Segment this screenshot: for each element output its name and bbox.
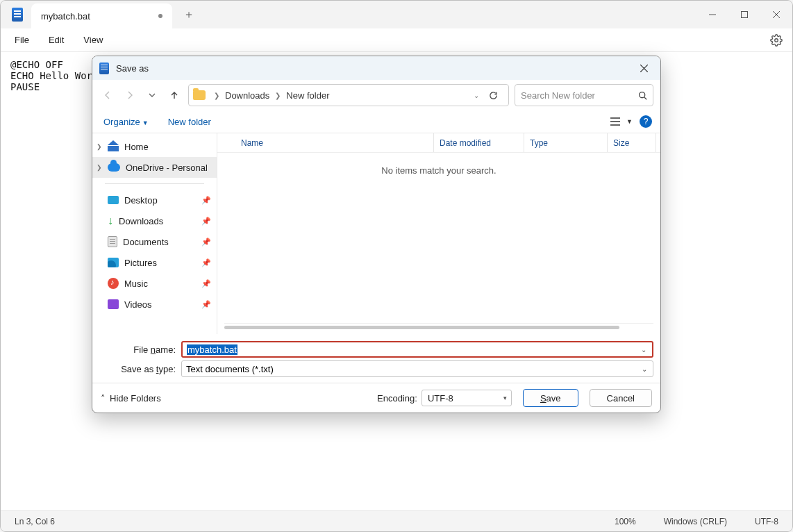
sidebar-item-onedrive[interactable]: ❯ OneDrive - Personal — [92, 157, 217, 178]
filename-label: File name: — [99, 344, 181, 355]
menu-bar: File Edit View — [1, 28, 792, 52]
app-icon — [12, 8, 23, 22]
search-placeholder: Search New folder — [521, 90, 595, 101]
help-button[interactable]: ? — [640, 115, 652, 128]
save-as-type-select[interactable]: Text documents (*.txt) ⌄ — [181, 360, 653, 377]
breadcrumb-newfolder[interactable]: New folder — [286, 90, 329, 101]
filename-fields: File name: mybatch.bat ⌄ Save as type: T… — [92, 334, 660, 383]
chevron-up-icon: ˄ — [101, 393, 106, 404]
dialog-navbar: ❯ Downloads ❯ New folder ⌄ Search New fo… — [92, 80, 660, 110]
svg-point-7 — [640, 92, 645, 97]
menu-edit[interactable]: Edit — [39, 31, 74, 49]
col-type[interactable]: Type — [524, 133, 608, 152]
dialog-title: Save as — [116, 63, 149, 74]
svg-rect-1 — [742, 12, 748, 18]
file-list-area: Name Date modified Type Size No items ma… — [217, 133, 660, 334]
encoding-select[interactable]: UTF-8 ▾ — [421, 390, 512, 406]
chevron-down-icon[interactable]: ⌄ — [642, 365, 647, 373]
pin-icon[interactable]: 📌 — [201, 279, 211, 288]
horizontal-scrollbar[interactable] — [224, 323, 653, 333]
chevron-down-icon[interactable]: ⌄ — [474, 92, 479, 99]
pictures-icon — [108, 258, 119, 267]
minimize-button[interactable] — [696, 1, 728, 28]
menu-view[interactable]: View — [74, 31, 112, 49]
col-name[interactable]: Name — [222, 133, 434, 152]
chevron-right-icon[interactable]: ❯ — [97, 164, 102, 171]
title-bar: mybatch.bat ＋ — [1, 1, 792, 28]
nav-forward-button[interactable] — [122, 85, 138, 105]
view-options-button[interactable]: ▼ — [610, 117, 633, 126]
file-encoding[interactable]: UTF-8 — [755, 517, 778, 526]
file-tab[interactable]: mybatch.bat — [31, 3, 172, 28]
sidebar-item-desktop[interactable]: Desktop 📌 — [92, 190, 217, 210]
pin-icon[interactable]: 📌 — [201, 300, 211, 309]
nav-up-button[interactable] — [166, 85, 183, 105]
sidebar-item-home[interactable]: ❯ Home — [92, 136, 217, 157]
dialog-bottom-bar: ˄ Hide Folders Encoding: UTF-8 ▾ Save Ca… — [92, 383, 660, 413]
col-date[interactable]: Date modified — [434, 133, 524, 152]
breadcrumb-downloads[interactable]: Downloads — [225, 90, 269, 101]
chevron-down-icon: ▾ — [503, 394, 507, 401]
nav-back-button[interactable] — [99, 85, 116, 105]
download-icon: ↓ — [108, 217, 113, 225]
pin-icon[interactable]: 📌 — [201, 238, 211, 247]
sidebar-item-downloads[interactable]: ↓ Downloads 📌 — [92, 210, 217, 231]
close-window-button[interactable] — [760, 1, 792, 28]
svg-line-8 — [644, 97, 646, 99]
document-icon — [108, 236, 117, 247]
chevron-right-icon[interactable]: ❯ — [275, 92, 281, 99]
cursor-position: Ln 3, Col 6 — [15, 517, 55, 526]
pin-icon[interactable]: 📌 — [201, 217, 211, 226]
search-icon — [638, 91, 647, 100]
encoding-label: Encoding: — [377, 393, 417, 404]
dialog-titlebar: Save as — [92, 56, 660, 80]
maximize-button[interactable] — [728, 1, 760, 28]
chevron-down-icon[interactable]: ⌄ — [641, 346, 646, 354]
chevron-right-icon[interactable]: ❯ — [97, 143, 102, 150]
breadcrumb[interactable]: ❯ Downloads ❯ New folder ⌄ — [188, 84, 509, 106]
sidebar-item-pictures[interactable]: Pictures 📌 — [92, 252, 217, 273]
col-size[interactable]: Size — [608, 133, 656, 152]
unsaved-indicator-icon — [158, 14, 162, 18]
empty-message: No items match your search. — [217, 153, 660, 323]
notepad-icon — [99, 63, 109, 74]
svg-point-4 — [775, 38, 778, 42]
chevron-right-icon[interactable]: ❯ — [214, 92, 219, 99]
divider — [105, 183, 204, 184]
cancel-button[interactable]: Cancel — [590, 389, 652, 407]
line-ending[interactable]: Windows (CRLF) — [664, 517, 727, 526]
filename-value: mybatch.bat — [187, 344, 237, 355]
recent-locations-button[interactable] — [144, 85, 160, 105]
column-headers: Name Date modified Type Size — [217, 133, 660, 153]
search-box[interactable]: Search New folder — [515, 84, 653, 106]
organize-menu[interactable]: Organize▼ — [101, 115, 151, 129]
pin-icon[interactable]: 📌 — [201, 258, 211, 267]
sidebar-item-videos[interactable]: Videos 📌 — [92, 294, 217, 315]
sidebar-item-music[interactable]: Music 📌 — [92, 273, 217, 294]
refresh-button[interactable] — [482, 90, 504, 101]
zoom-level[interactable]: 100% — [615, 517, 636, 526]
save-as-dialog: Save as ❯ Downloads ❯ New folder ⌄ — [92, 56, 661, 413]
desktop-icon — [108, 196, 119, 204]
navigation-sidebar: ❯ Home ❯ OneDrive - Personal Desktop 📌 ↓… — [92, 133, 217, 334]
hide-folders-toggle[interactable]: ˄ Hide Folders — [101, 393, 161, 404]
new-tab-button[interactable]: ＋ — [178, 8, 200, 22]
videos-icon — [108, 299, 119, 309]
save-as-type-label: Save as type: — [99, 364, 181, 374]
save-as-type-value: Text documents (*.txt) — [186, 364, 274, 374]
dialog-toolbar: Organize▼ New folder ▼ ? — [92, 110, 660, 133]
filename-input[interactable]: mybatch.bat ⌄ — [181, 341, 653, 358]
status-bar: Ln 3, Col 6 100% Windows (CRLF) UTF-8 — [1, 510, 792, 531]
music-icon — [108, 278, 119, 289]
settings-gear-icon[interactable] — [765, 30, 788, 51]
sidebar-item-documents[interactable]: Documents 📌 — [92, 231, 217, 252]
save-button[interactable]: Save — [523, 389, 578, 407]
cloud-icon — [108, 163, 120, 172]
folder-icon — [193, 90, 206, 100]
home-icon — [108, 142, 119, 151]
new-folder-button[interactable]: New folder — [165, 115, 214, 129]
tab-title: mybatch.bat — [41, 11, 90, 22]
menu-file[interactable]: File — [5, 31, 39, 49]
dialog-close-button[interactable] — [634, 60, 653, 76]
pin-icon[interactable]: 📌 — [201, 196, 211, 205]
